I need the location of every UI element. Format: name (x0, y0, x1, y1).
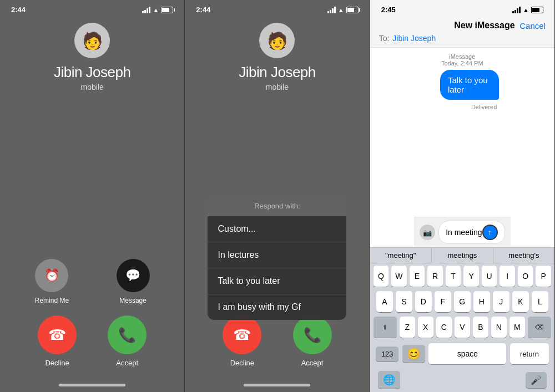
numbers-key[interactable]: 123 (376, 347, 399, 362)
message-bubble-row: Talk to you later (425, 70, 499, 100)
mic-icon[interactable]: 🎤 (526, 372, 547, 388)
signal-icon-2 (327, 7, 336, 13)
key-y[interactable]: Y (463, 266, 479, 287)
remind-me-button[interactable]: ⏰ Remind Me (35, 259, 69, 304)
to-label: To: (379, 34, 390, 43)
key-j[interactable]: J (493, 291, 509, 312)
key-w[interactable]: W (391, 266, 407, 287)
battery-icon-2 (346, 7, 359, 13)
cancel-button[interactable]: Cancel (519, 21, 546, 30)
accept-icon-1: 📞 (108, 315, 147, 354)
respond-talk-later[interactable]: Talk to you later (208, 268, 346, 294)
key-x[interactable]: X (418, 317, 433, 338)
autocomplete-item-0[interactable]: "meeting" (370, 248, 432, 263)
keyboard-row-3: ⇧ Z X C V B N M ⌫ (370, 314, 554, 340)
return-key[interactable]: return (510, 343, 549, 364)
status-bar-2: 2:44 ▲ (185, 0, 369, 16)
send-button[interactable]: ↑ (482, 225, 498, 240)
imessage-title: New iMessage (449, 21, 519, 30)
decline-icon-1: ☎ (38, 315, 77, 354)
wifi-icon-2: ▲ (338, 7, 344, 13)
respond-with-menu: Respond with: Custom... In lectures Talk… (208, 196, 346, 320)
key-p[interactable]: P (536, 266, 551, 287)
keyboard: "meeting" meetings meeting's Q W E R T Y… (370, 247, 554, 392)
to-contact[interactable]: Jibin Joseph (392, 34, 436, 43)
decline-button-2[interactable]: ☎ Decline (223, 315, 261, 367)
delete-key[interactable]: ⌫ (528, 317, 551, 338)
message-button[interactable]: 💬 Message (117, 259, 150, 304)
messages-area: iMessage Today, 2:44 PM Talk to you late… (417, 48, 507, 217)
caller-name-1: Jibin Joseph (54, 64, 131, 81)
battery-icon-1 (161, 7, 173, 13)
key-d[interactable]: D (415, 291, 432, 312)
key-b[interactable]: B (473, 317, 488, 338)
globe-icon[interactable]: 🌐 (378, 371, 400, 389)
accept-icon-2: 📞 (293, 315, 332, 354)
call-row-1: ☎ Decline 📞 Accept (0, 315, 184, 367)
autocomplete-bar: "meeting" meetings meeting's (370, 247, 554, 263)
caller-name-2: Jibin Joseph (239, 64, 316, 81)
keyboard-bottom-row: 123 😊 space return (370, 340, 554, 368)
imessage-label: iMessage (449, 53, 475, 60)
imessage-title-row: New iMessage Cancel (379, 21, 546, 30)
battery-icon-3 (531, 7, 543, 13)
key-z[interactable]: Z (400, 317, 415, 338)
key-e[interactable]: E (410, 266, 425, 287)
key-l[interactable]: L (532, 291, 548, 312)
panel-imessage: 2:45 ▲ New iMessage Cancel To: Jibin Jos… (370, 0, 555, 392)
key-k[interactable]: K (512, 291, 529, 312)
status-time-1: 2:44 (11, 6, 26, 14)
avatar-2: 🧑 (259, 23, 295, 58)
autocomplete-item-1[interactable]: meetings (432, 248, 493, 263)
decline-button-1[interactable]: ☎ Decline (38, 315, 77, 367)
accept-button-2[interactable]: 📞 Accept (293, 315, 332, 367)
accept-button-1[interactable]: 📞 Accept (108, 315, 147, 367)
key-v[interactable]: V (455, 317, 470, 338)
avatar-1: 🧑 (74, 23, 110, 58)
space-key[interactable]: space (428, 343, 506, 364)
delivered-status: Delivered (425, 104, 499, 110)
panel-incoming-call: 2:44 ▲ 🧑 Jibin Joseph mobile ⏰ Remind Me… (0, 0, 185, 392)
key-m[interactable]: M (509, 317, 525, 338)
key-i[interactable]: I (500, 266, 515, 287)
key-q[interactable]: Q (374, 266, 389, 287)
respond-busy-gf[interactable]: I am busy with my Gf (208, 294, 346, 320)
key-g[interactable]: G (454, 291, 471, 312)
message-input-area: 📷 In meeting ↑ (414, 217, 510, 247)
message-timestamp: Today, 2:44 PM (441, 60, 483, 67)
key-o[interactable]: O (518, 266, 533, 287)
key-s[interactable]: S (396, 291, 412, 312)
respond-custom[interactable]: Custom... (208, 216, 346, 242)
key-r[interactable]: R (427, 266, 443, 287)
message-input-field[interactable]: In meeting ↑ (438, 221, 504, 244)
remind-me-label: Remind Me (35, 297, 69, 304)
respond-menu-list: Custom... In lectures Talk to you later … (208, 216, 346, 320)
emoji-key[interactable]: 😊 (402, 345, 425, 363)
autocomplete-item-2[interactable]: meeting's (493, 248, 554, 263)
key-a[interactable]: A (376, 291, 393, 312)
key-c[interactable]: C (436, 317, 452, 338)
decline-label-1: Decline (45, 359, 69, 367)
caller-section-2: 🧑 Jibin Joseph mobile (239, 23, 316, 91)
key-f[interactable]: F (435, 291, 451, 312)
imessage-header: New iMessage Cancel To: Jibin Joseph (370, 16, 554, 48)
message-label: Message (119, 297, 147, 304)
home-indicator-1 (59, 384, 125, 386)
shift-key[interactable]: ⇧ (374, 317, 397, 338)
key-h[interactable]: H (473, 291, 490, 312)
message-icon: 💬 (117, 259, 150, 292)
remind-me-icon: ⏰ (35, 259, 68, 292)
panel-respond-menu: 2:44 ▲ 🧑 Jibin Joseph mobile Respond wit… (185, 0, 370, 392)
keyboard-row-1: Q W E R T Y U I O P (370, 263, 554, 289)
accept-label-2: Accept (301, 359, 324, 367)
message-meta: iMessage Today, 2:44 PM (425, 53, 499, 67)
respond-in-lectures[interactable]: In lectures (208, 242, 346, 268)
status-icons-1: ▲ (142, 7, 173, 13)
camera-icon[interactable]: 📷 (420, 225, 435, 240)
key-u[interactable]: U (482, 266, 497, 287)
wifi-icon-3: ▲ (523, 7, 529, 13)
wifi-icon-1: ▲ (153, 7, 159, 13)
key-t[interactable]: T (446, 266, 461, 287)
key-n[interactable]: N (491, 317, 507, 338)
status-time-3: 2:45 (381, 6, 396, 14)
